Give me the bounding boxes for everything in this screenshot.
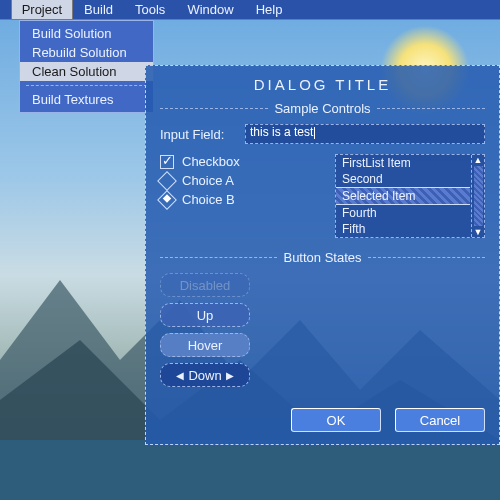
radio-icon <box>157 190 177 210</box>
dialog-window: DIALOG TITLE Sample Controls Input Field… <box>145 65 500 445</box>
radio-a-label: Choice A <box>182 173 234 188</box>
button-disabled: Disabled <box>160 273 250 297</box>
input-field-value: this is a test <box>250 125 313 139</box>
scroll-down-icon[interactable]: ▼ <box>474 227 483 237</box>
radio-choice-a[interactable]: Choice A <box>160 173 317 188</box>
menubar: ew Project Build Tools Window Help <box>0 0 500 20</box>
dialog-title: DIALOG TITLE <box>160 76 485 93</box>
arrow-left-icon: ◀ <box>176 370 184 381</box>
text-cursor <box>314 127 315 139</box>
button-up[interactable]: Up <box>160 303 250 327</box>
input-field[interactable]: this is a test <box>245 124 485 144</box>
group-sample-controls-label: Sample Controls <box>274 101 370 116</box>
svg-rect-2 <box>0 440 500 500</box>
checkbox-row[interactable]: Checkbox <box>160 154 317 169</box>
menu-tools[interactable]: Tools <box>124 0 176 20</box>
ok-button[interactable]: OK <box>291 408 381 432</box>
scrollbar[interactable]: ▲ ▼ <box>471 155 484 237</box>
project-dropdown: Build Solution Rebuild Solution Clean So… <box>19 20 154 113</box>
list-item[interactable]: FirstList Item <box>336 155 470 171</box>
button-hover[interactable]: Hover <box>160 333 250 357</box>
radio-icon <box>157 171 177 191</box>
input-field-label: Input Field: <box>160 127 235 142</box>
radio-choice-b[interactable]: Choice B <box>160 192 317 207</box>
scroll-thumb[interactable] <box>474 166 483 226</box>
arrow-right-icon: ▶ <box>226 370 234 381</box>
dropdown-item-build-solution[interactable]: Build Solution <box>20 24 153 43</box>
list-item-selected[interactable]: Selected Item <box>336 187 470 205</box>
menu-project[interactable]: Project <box>11 0 73 20</box>
scroll-up-icon[interactable]: ▲ <box>474 155 483 165</box>
list-item[interactable]: Fifth <box>336 221 470 237</box>
radio-b-label: Choice B <box>182 192 235 207</box>
menu-help[interactable]: Help <box>245 0 294 20</box>
group-button-states: Button States <box>160 250 485 265</box>
button-down[interactable]: ◀ Down ▶ <box>160 363 250 387</box>
group-button-states-label: Button States <box>283 250 361 265</box>
menu-view[interactable]: ew <box>0 0 11 20</box>
button-down-label: Down <box>188 368 221 383</box>
dropdown-separator <box>26 85 147 86</box>
listbox[interactable]: FirstList Item Second Selected Item Four… <box>335 154 485 238</box>
checkbox-label: Checkbox <box>182 154 240 169</box>
group-sample-controls: Sample Controls <box>160 101 485 116</box>
dropdown-item-build-textures[interactable]: Build Textures <box>20 90 153 109</box>
cancel-button[interactable]: Cancel <box>395 408 485 432</box>
dropdown-item-clean-solution[interactable]: Clean Solution <box>20 62 153 81</box>
dropdown-item-rebuild-solution[interactable]: Rebuild Solution <box>20 43 153 62</box>
list-item[interactable]: Fourth <box>336 205 470 221</box>
list-item[interactable]: Second <box>336 171 470 187</box>
checkbox-icon <box>160 155 174 169</box>
menu-window[interactable]: Window <box>176 0 244 20</box>
menu-build[interactable]: Build <box>73 0 124 20</box>
